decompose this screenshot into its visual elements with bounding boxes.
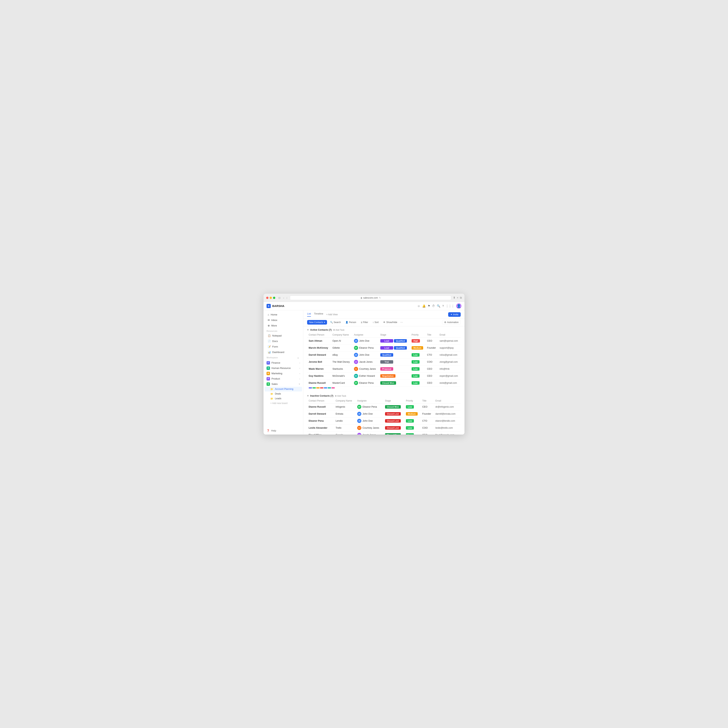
assignee-cell: JJ Jacob Jones [356,431,383,434]
add-view-button[interactable]: + Add View [326,313,338,316]
resources-label: Resources [263,328,303,333]
sidebar-item-docs[interactable]: 📄 Docs [265,339,302,344]
add-tab-icon[interactable]: + [457,296,459,299]
close-button[interactable] [266,297,268,299]
forward-button[interactable]: › [286,296,288,300]
add-new-board[interactable]: + Add new board [263,401,303,405]
sidebar-sub-leads[interactable]: 📁 Leads [263,396,303,401]
minimize-button[interactable] [269,297,272,299]
sidebar-item-inbox[interactable]: ✉ Inbox [265,318,302,323]
contact-name: Sam Altman [307,337,331,344]
search-button[interactable]: 🔍 Search [329,320,343,324]
priority-badge: High [411,339,420,343]
stage-cell: Closed Won [384,431,404,434]
tabs-icon[interactable]: ⧉ [460,296,462,299]
share-icon[interactable]: ⬆ [453,296,456,299]
clock-icon[interactable]: ☺ [417,304,420,307]
showhide-button[interactable]: 👁 Show/Hide [382,320,399,324]
sidebar-item-notepad[interactable]: 📋 Notepad [265,333,302,338]
sidebar-item-home[interactable]: ⌂ Home [265,312,302,317]
priority-badge: Low [411,374,419,378]
email-cell: ziong@gmail.com [438,358,461,366]
sidebar-help[interactable]: ❓ Help [263,428,303,434]
table-row[interactable]: Darrell Steward Entrata JD John Doe Clos… [307,410,461,417]
automation-button[interactable]: ⚙ Automation [442,320,461,324]
table-row[interactable]: Leslie Alexander Trello CJ Courtney Jane… [307,424,461,431]
col-assignee: Assignee [352,332,379,338]
address-bar[interactable]: ◑ salescore.com ↻ [290,295,451,300]
table-row[interactable]: Sam Altman Open AI JD John Doe LeadQuali… [307,337,461,344]
new-contacts-button[interactable]: New Contacts ▾ [307,320,327,324]
theme-icon: ◑ [360,297,362,299]
timer-icon[interactable]: ⏱ [432,304,435,307]
help-icon[interactable]: ? [442,304,444,307]
priority-cell: Low [404,424,421,431]
flag-icon[interactable]: ⚑ [428,304,430,308]
table-row[interactable]: Dianne Russell MasterCard EP Eleanor Pen… [307,379,461,386]
sort-button[interactable]: ↕ Sort [371,320,380,324]
sidebar-item-product[interactable]: P Product › [263,376,303,381]
col-email: Email [434,398,461,404]
assignee-cell: JD John Doe [356,417,383,424]
browser-chrome: ⊟ ‹ › ◑ salescore.com ↻ ⬆ + ⧉ [263,294,465,302]
finance-icon: F [266,361,270,365]
active-section-header[interactable]: ∨ Active Contacts (7) ⊕ Add Task [307,326,461,332]
inactive-section-header[interactable]: ∨ Inactive Contacts (7) ⊕ Add Task [307,392,461,398]
table-row[interactable]: Eleanor Pena Lendio JD John Doe Closed L… [307,417,461,424]
search-icon[interactable]: 🔍 [437,304,440,308]
refresh-icon[interactable]: ↻ [379,297,381,299]
toolbar: New Contacts ▾ 🔍 Search 👤 Person ⧖ Filte… [303,318,465,326]
priority-cell: Low [404,417,421,424]
sidebar-item-hr[interactable]: H Human Resource › [263,366,303,371]
tab-list[interactable]: List [307,312,311,317]
stage-cell: LeadQualified [379,337,410,344]
stage2-badge: Proposal [380,367,393,371]
sidebar-sub-account-planning[interactable]: 📁 Account Planning [265,387,302,392]
sidebar-item-sales[interactable]: S Sales ∨ [263,381,303,387]
stage-cell: Trial [379,358,410,366]
sidebar-toggle-icon[interactable]: ⊟ [278,296,281,299]
chevron-right-icon: › [299,367,300,369]
sidebar-sub-deals[interactable]: 📁 Deals [263,392,303,396]
title-cell: CEO [426,366,438,372]
sidebar-item-finance[interactable]: F Finance › [263,360,303,366]
bell-icon[interactable]: 🔔 [422,304,426,308]
priority-cell: Low [410,358,426,366]
user-avatar[interactable]: 👤 [456,303,462,309]
folder-icon: 📁 [270,392,274,395]
assignee-name: Jacob Jones [359,361,373,363]
workspace-label: Workspace + [263,355,303,360]
company-name: eBay [331,351,352,358]
table-row[interactable]: Guy Hawkins McDonald's EH Esther Howard … [307,372,461,379]
assignee-avatar: JJ [354,360,358,364]
table-row[interactable]: Marvin McKinney Gillette EP Eleanor Pena… [307,344,461,351]
maximize-button[interactable] [273,297,275,299]
email-cell: elanor@lendio.com [434,417,461,424]
assignee-avatar: CJ [354,367,358,371]
person-button[interactable]: 👤 Person [344,320,358,324]
dropdown-arrow-icon: ▾ [324,321,325,324]
priority-badge: Low [411,360,419,364]
table-row[interactable]: Dianne Russell Infogenix EP Eleanor Pena… [307,403,461,410]
assignee-name: Courtney Janes [359,368,376,370]
sidebar-item-marketing[interactable]: M Marketing › [263,371,303,376]
table-row[interactable]: Floyd Miles Google JJ Jacob Jones Closed… [307,431,461,434]
stage-cell: Closed Lost [384,424,404,431]
sidebar-item-more[interactable]: ⊕ More [265,323,302,328]
chevron-right-icon: › [299,362,300,364]
filter-button[interactable]: ⧖ Filter [359,320,370,324]
add-task-button-active[interactable]: ⊕ Add Task [333,329,344,331]
table-row[interactable]: Jerome Bell The Walt Disney JJ Jacob Jon… [307,358,461,366]
color-dot [320,387,323,388]
add-workspace-icon[interactable]: + [297,356,299,359]
sidebar-item-dashboard[interactable]: 📊 Dashboard [265,350,302,355]
sidebar-item-form[interactable]: 📝 Form [265,344,302,349]
back-button[interactable]: ‹ [283,296,285,300]
more-options-icon[interactable]: ··· [400,321,403,324]
add-task-button-inactive[interactable]: ⊕ Add Task [335,395,346,397]
tab-timeline[interactable]: Timeline [314,312,323,317]
table-row[interactable]: Darrell Steward eBay JD John Doe Qualifi… [307,351,461,358]
table-row[interactable]: Wade Warren Starbucks CJ Courtney Janes … [307,366,461,372]
grid-icon[interactable]: ⋮⋮⋮ [446,304,454,308]
invite-button[interactable]: ✦ Invite [448,312,461,317]
